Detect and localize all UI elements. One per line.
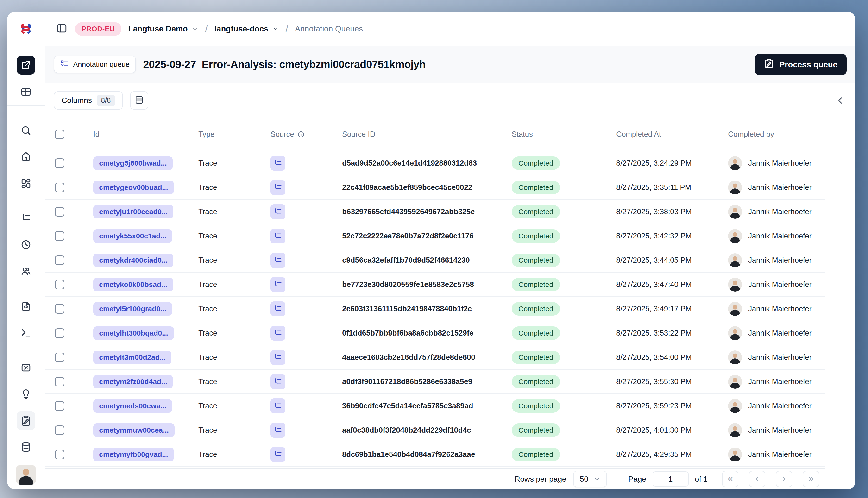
completed-at-text: 8/27/2025, 3:53:22 PM xyxy=(616,329,692,338)
item-id-badge[interactable]: cmetyl5r100grad0... xyxy=(93,302,172,316)
item-type-text: Trace xyxy=(198,183,217,192)
row-checkbox[interactable] xyxy=(55,450,64,459)
table-row[interactable]: cmetyl5r100grad0... Trace 2e603f31361115… xyxy=(45,297,825,321)
trace-tree-icon[interactable] xyxy=(271,398,285,414)
row-checkbox[interactable] xyxy=(55,158,64,168)
row-checkbox[interactable] xyxy=(55,377,64,386)
item-id-badge[interactable]: cmetylt3m00d2ad... xyxy=(93,351,171,364)
sidebar-toggle-button[interactable] xyxy=(55,22,68,35)
trace-tree-icon[interactable] xyxy=(271,277,285,292)
status-badge: Completed xyxy=(511,375,560,389)
item-id-badge[interactable]: cmetyko0k00bsad... xyxy=(93,278,173,291)
annotation-queues-button[interactable] xyxy=(16,411,35,430)
item-id-badge[interactable]: cmetygeov00buad... xyxy=(93,181,174,194)
prev-page-button[interactable]: ‹ xyxy=(749,471,765,487)
table-row[interactable]: cmetylt3m00d2ad... Trace 4aaece1603cb2e1… xyxy=(45,345,825,370)
item-id-badge[interactable]: cmetyg5j800bwad... xyxy=(93,156,173,170)
breadcrumb-organization-label: Langfuse Demo xyxy=(128,24,188,34)
row-checkbox[interactable] xyxy=(55,183,64,192)
row-checkbox[interactable] xyxy=(55,425,64,435)
trace-tree-icon[interactable] xyxy=(271,253,285,268)
row-checkbox[interactable] xyxy=(55,255,64,265)
item-id-badge[interactable]: cmetyk55x00c1ad... xyxy=(93,229,172,243)
user-avatar xyxy=(728,302,742,316)
prompts-button[interactable] xyxy=(16,297,35,316)
trace-tree-icon[interactable] xyxy=(271,301,285,316)
breadcrumb-organization[interactable]: Langfuse Demo xyxy=(128,24,198,34)
next-page-button[interactable]: › xyxy=(776,471,792,487)
user-avatar xyxy=(728,253,742,267)
row-height-button[interactable] xyxy=(130,91,148,109)
breadcrumb-page[interactable]: Annotation Queues xyxy=(295,24,363,34)
tracing-button[interactable] xyxy=(16,209,35,227)
table-row[interactable]: cmetylht300bqad0... Trace 0f1dd65b7bb9bf… xyxy=(45,321,825,345)
row-checkbox[interactable] xyxy=(55,231,64,241)
trace-tree-icon[interactable] xyxy=(271,180,285,195)
header-checkbox-cell xyxy=(45,130,93,139)
item-id-badge[interactable]: cmetymmuw00cea... xyxy=(93,423,174,437)
table-row[interactable]: cmetymyfb00gvad... Trace 8dc69b1ba1e540b… xyxy=(45,443,825,467)
table-row[interactable]: cmetyju1r00ccad0... Trace b63297665cfd44… xyxy=(45,200,825,224)
item-id-badge[interactable]: cmetym2fz00d4ad... xyxy=(93,375,173,389)
table-row[interactable]: cmetygeov00buad... Trace 22c41f09acae5b1… xyxy=(45,175,825,200)
process-queue-label: Process queue xyxy=(779,60,838,69)
table-row[interactable]: cmetyko0k00bsad... Trace be7723e30d80205… xyxy=(45,273,825,297)
user-avatar xyxy=(728,351,742,364)
last-page-button[interactable]: » xyxy=(803,471,819,487)
playground-button[interactable] xyxy=(16,324,35,342)
trace-tree-icon[interactable] xyxy=(271,374,285,389)
users-button[interactable] xyxy=(16,262,35,280)
trace-tree-icon[interactable] xyxy=(271,156,285,171)
first-page-button[interactable]: « xyxy=(722,471,738,487)
table-row[interactable]: cmetyg5j800bwad... Trace d5ad9d52a00c6e1… xyxy=(45,151,825,175)
row-checkbox[interactable] xyxy=(55,280,64,289)
completed-by-text: Jannik Maierhoefer xyxy=(748,304,812,313)
trace-tree-icon[interactable] xyxy=(271,204,285,219)
trace-tree-icon[interactable] xyxy=(271,326,285,341)
item-id-badge[interactable]: cmetylht300bqad0... xyxy=(93,326,174,340)
table-row[interactable]: cmetym2fz00d4ad... Trace a0df3f901167218… xyxy=(45,370,825,394)
source-id-text: d5ad9d52a00c6e14e1d4192880312d83 xyxy=(342,159,477,168)
page-number-input[interactable] xyxy=(652,471,689,487)
row-checkbox-cell xyxy=(45,158,93,168)
row-checkbox[interactable] xyxy=(55,328,64,338)
breadcrumb-project[interactable]: langfuse-docs xyxy=(215,24,279,34)
open-new-window-button[interactable] xyxy=(16,56,35,75)
trace-tree-icon[interactable] xyxy=(271,350,285,365)
app-window: PROD-EU Langfuse Demo / langfuse-docs / … xyxy=(7,12,855,489)
panel-collapse-button[interactable] xyxy=(834,94,847,108)
table-row[interactable]: cmetykdr400ciad0... Trace c9d56ca32efaff… xyxy=(45,248,825,273)
user-avatar[interactable] xyxy=(16,464,36,485)
completed-by-text: Jannik Maierhoefer xyxy=(748,353,812,362)
insights-button[interactable] xyxy=(16,385,35,404)
table-view-button[interactable] xyxy=(16,82,35,101)
select-all-checkbox[interactable] xyxy=(55,130,64,139)
item-id-badge[interactable]: cmetymeds00cwa... xyxy=(93,399,172,413)
home-button[interactable] xyxy=(16,147,35,166)
item-id-badge[interactable]: cmetymyfb00gvad... xyxy=(93,448,174,461)
row-checkbox[interactable] xyxy=(55,207,64,217)
rows-per-page-select[interactable]: 50 xyxy=(573,471,607,487)
columns-button[interactable]: Columns 8/8 xyxy=(54,91,123,109)
row-checkbox[interactable] xyxy=(55,304,64,314)
langfuse-logo[interactable] xyxy=(20,12,33,46)
row-checkbox[interactable] xyxy=(55,353,64,362)
row-checkbox[interactable] xyxy=(55,401,64,411)
completed-at-text: 8/27/2025, 3:42:32 PM xyxy=(616,232,692,240)
item-id-badge[interactable]: cmetyju1r00ccad0... xyxy=(93,205,173,219)
trace-tree-icon[interactable] xyxy=(271,423,285,438)
datasets-button[interactable] xyxy=(16,438,35,456)
table-row[interactable]: cmetymmuw00cea... Trace aaf0c38db0f3f204… xyxy=(45,418,825,443)
trace-tree-icon[interactable] xyxy=(271,228,285,244)
sessions-button[interactable] xyxy=(16,235,35,254)
annotation-queue-badge[interactable]: Annotation queue xyxy=(54,56,136,73)
table-row[interactable]: cmetyk55x00c1ad... Trace 52c72c2222ea78e… xyxy=(45,224,825,248)
item-id-badge[interactable]: cmetykdr400ciad0... xyxy=(93,253,173,267)
info-icon[interactable] xyxy=(297,131,305,138)
table-row[interactable]: cmetymeds00cwa... Trace 36b90cdfc47e5da1… xyxy=(45,394,825,418)
trace-tree-icon[interactable] xyxy=(271,447,285,462)
evaluation-button[interactable] xyxy=(16,358,35,377)
search-button[interactable] xyxy=(16,121,35,140)
dashboards-button[interactable] xyxy=(16,174,35,193)
process-queue-button[interactable]: Process queue xyxy=(755,54,846,75)
